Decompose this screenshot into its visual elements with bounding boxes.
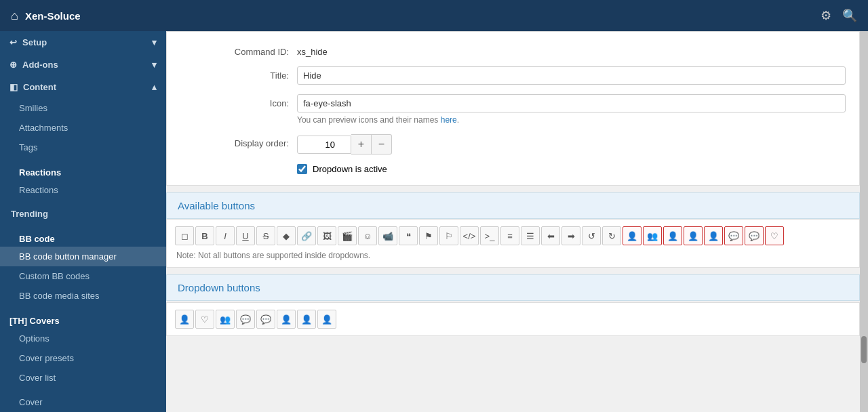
tb-chat2[interactable]: 💬: [745, 226, 764, 245]
tb-users[interactable]: 👥: [643, 226, 662, 245]
dropdown-active-row: Dropdown is active: [297, 164, 846, 174]
scroll-thumb: [861, 336, 867, 363]
sidebar-item-trending[interactable]: Trending: [0, 204, 166, 224]
sidebar-item-cover-list[interactable]: Cover list: [0, 368, 166, 388]
scroll-indicator[interactable]: [860, 31, 868, 412]
dropdown-buttons-header: Dropdown buttons: [166, 274, 860, 301]
db-heart[interactable]: ♡: [195, 310, 214, 329]
tb-user4[interactable]: 👤: [704, 226, 723, 245]
sidebar-addons-label: Add-ons: [22, 60, 58, 70]
navbar: ⌂ Xen-Soluce ⚙ 🔍: [0, 0, 868, 31]
display-order-row: Display order: + −: [180, 134, 846, 154]
sidebar-reactions-header: Reactions: [0, 161, 166, 180]
sidebar-item-reactions[interactable]: Reactions: [0, 180, 166, 200]
tb-align-left[interactable]: ⬅: [541, 226, 560, 245]
icon-hint-link[interactable]: here: [441, 115, 457, 125]
tb-eraser[interactable]: ◻: [175, 226, 194, 245]
toolbar-buttons-container: ◻ B I U S ◆ 🔗 🖼 🎬 ☺ 📹 ❝ ⚑ ⚐ </> >_ ≡: [175, 226, 851, 245]
title-label: Title:: [180, 66, 289, 81]
dropdown-buttons-section: Dropdown buttons 👤 ♡ 👥 💬 💬 👤 👤 👤: [166, 274, 860, 336]
brand-name: Xen-Soluce: [25, 10, 81, 22]
tb-heart[interactable]: ♡: [765, 226, 784, 245]
tb-flag2[interactable]: ⚐: [439, 226, 458, 245]
display-order-plus-btn[interactable]: +: [351, 134, 372, 154]
tb-inline-code[interactable]: >_: [480, 226, 499, 245]
command-id-row: Command ID: xs_hide: [180, 43, 846, 57]
tb-highlight[interactable]: ◆: [277, 226, 296, 245]
tb-ol[interactable]: ≡: [500, 226, 519, 245]
chevron-up-icon: ▴: [152, 82, 157, 92]
tb-user1[interactable]: 👤: [623, 226, 642, 245]
chevron-down-icon: ▾: [152, 37, 157, 47]
tb-redo[interactable]: ↻: [602, 226, 621, 245]
tb-ul[interactable]: ☰: [521, 226, 540, 245]
tb-strikethrough[interactable]: S: [256, 226, 275, 245]
tb-media[interactable]: 🎬: [338, 226, 357, 245]
display-order-minus-btn[interactable]: −: [372, 134, 392, 154]
icon-label: Icon:: [180, 94, 289, 108]
db-user4[interactable]: 👤: [317, 310, 336, 329]
tb-image[interactable]: 🖼: [317, 226, 336, 245]
sidebar: ↩ Setup ▾ ⊕ Add-ons ▾ ◧ Content ▴ Smilie…: [0, 31, 166, 412]
icon-input[interactable]: [297, 94, 846, 112]
sidebar-item-bbcode-media[interactable]: BB code media sites: [0, 286, 166, 306]
sidebar-item-content[interactable]: ◧ Content ▴: [0, 76, 166, 98]
tb-underline[interactable]: U: [236, 226, 255, 245]
tb-align-right[interactable]: ➡: [561, 226, 580, 245]
tb-italic[interactable]: I: [216, 226, 235, 245]
sidebar-setup-label: Setup: [22, 37, 47, 47]
tb-undo[interactable]: ↺: [582, 226, 601, 245]
tb-video[interactable]: 📹: [378, 226, 397, 245]
sidebar-item-smilies[interactable]: Smilies: [0, 98, 166, 118]
navbar-right: ⚙ 🔍: [821, 8, 857, 23]
sidebar-item-addons[interactable]: ⊕ Add-ons ▾: [0, 54, 166, 76]
db-chat1[interactable]: 💬: [236, 310, 255, 329]
dropdown-active-label: Dropdown is active: [313, 164, 387, 174]
tb-bold[interactable]: B: [195, 226, 214, 245]
sidebar-item-tags[interactable]: Tags: [0, 138, 166, 157]
tb-quote[interactable]: ❝: [399, 226, 418, 245]
db-users[interactable]: 👥: [216, 310, 235, 329]
sidebar-item-cover[interactable]: Cover: [0, 392, 166, 412]
content-icon: ◧: [9, 82, 18, 92]
title-input[interactable]: [297, 66, 846, 85]
dropdown-toolbar-buttons: 👤 ♡ 👥 💬 💬 👤 👤 👤: [175, 310, 851, 329]
tb-user2[interactable]: 👤: [663, 226, 682, 245]
sidebar-item-bbcode-button-manager[interactable]: BB code button manager: [0, 247, 166, 266]
toolbar-note: Note: Not all buttons are supported insi…: [175, 251, 851, 260]
display-order-input[interactable]: [297, 136, 351, 154]
dropdown-active-checkbox[interactable]: [297, 164, 307, 174]
available-buttons-toolbar: ◻ B I U S ◆ 🔗 🖼 🎬 ☺ 📹 ❝ ⚑ ⚐ </> >_ ≡: [166, 219, 860, 268]
sidebar-item-attachments[interactable]: Attachments: [0, 118, 166, 138]
available-buttons-title: Available buttons: [178, 200, 255, 211]
icon-hint: You can preview icons and their names he…: [297, 115, 846, 125]
dropdown-active-container: Dropdown is active: [297, 164, 846, 174]
search-icon[interactable]: 🔍: [842, 8, 857, 23]
available-buttons-section: Available buttons ◻ B I U S ◆ 🔗 🖼 🎬 ☺ 📹 …: [166, 192, 860, 268]
chevron-down-icon: ▾: [152, 60, 157, 70]
settings-icon[interactable]: ⚙: [821, 8, 831, 23]
sidebar-item-custom-bbcodes[interactable]: Custom BB codes: [0, 266, 166, 286]
icon-row: Icon: You can preview icons and their na…: [180, 94, 846, 125]
command-id-value: xs_hide: [297, 43, 846, 57]
sidebar-item-cover-presets[interactable]: Cover presets: [0, 348, 166, 368]
available-buttons-header: Available buttons: [166, 192, 860, 219]
tb-user3[interactable]: 👤: [684, 226, 703, 245]
display-order-label: Display order:: [180, 134, 289, 148]
tb-link[interactable]: 🔗: [297, 226, 316, 245]
db-chat2[interactable]: 💬: [256, 310, 275, 329]
tb-code[interactable]: </>: [460, 226, 479, 245]
tb-chat1[interactable]: 💬: [724, 226, 743, 245]
navbar-left: ⌂ Xen-Soluce: [11, 9, 81, 23]
dropdown-buttons-toolbar: 👤 ♡ 👥 💬 💬 👤 👤 👤: [166, 302, 860, 336]
addons-icon: ⊕: [9, 60, 17, 70]
sidebar-item-options[interactable]: Options: [0, 329, 166, 348]
sidebar-item-setup[interactable]: ↩ Setup ▾: [0, 31, 166, 54]
db-user3[interactable]: 👤: [297, 310, 316, 329]
home-icon[interactable]: ⌂: [11, 9, 18, 23]
db-user1[interactable]: 👤: [175, 310, 194, 329]
tb-flag[interactable]: ⚑: [419, 226, 438, 245]
content-area: Command ID: xs_hide Title: Icon: You can…: [166, 31, 860, 412]
tb-emoji[interactable]: ☺: [358, 226, 377, 245]
db-user2[interactable]: 👤: [277, 310, 296, 329]
